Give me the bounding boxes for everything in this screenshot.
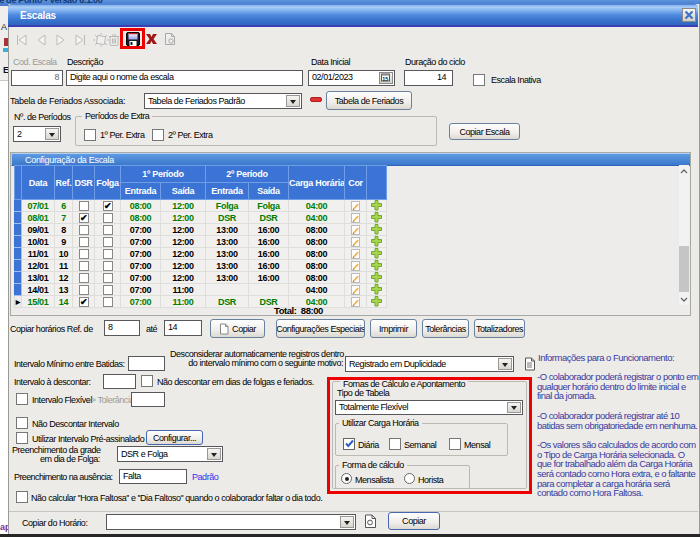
svg-text:15: 15 [382,76,388,82]
